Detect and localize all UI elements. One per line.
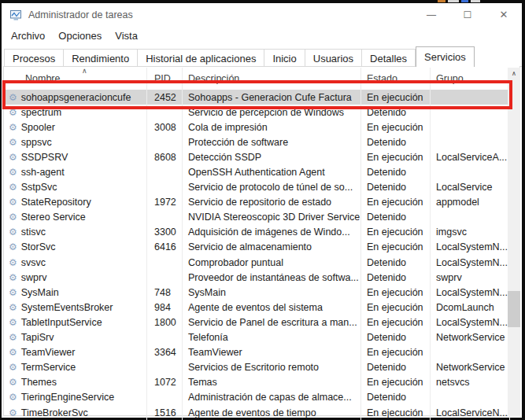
service-description: Servicios de Escritorio remoto [183, 360, 361, 375]
table-row[interactable]: ⚙ Spooler 3008 Cola de impresión En ejec… [3, 120, 510, 134]
service-pid [147, 210, 183, 225]
column-header-nombre[interactable]: Nombre ∧ [3, 68, 147, 90]
table-row[interactable]: ⚙ StorSvc 6416 Servicio de almacenamient… [3, 240, 510, 255]
table-row[interactable]: ⚙ swprv Proveedor de instantáneas de sof… [3, 270, 510, 285]
service-name-cell: ⚙ SystemEventsBroker [3, 300, 147, 315]
service-pid: 1800 [147, 315, 183, 330]
service-group: swprv [431, 270, 510, 285]
service-group [431, 390, 510, 405]
table-row[interactable]: ⚙ ssh-agent OpenSSH Authentication Agent… [3, 164, 510, 179]
service-name: sppsvc [21, 137, 52, 148]
table-row[interactable]: ⚙ SstpSvc Servicio de protocolo de túnel… [3, 180, 510, 195]
table-row[interactable]: ⚙ SSDPSRV 8608 Detección SSDP En ejecuci… [3, 149, 510, 164]
table-body: ⚙ sohoappsgeneracioncufe 2452 Sohoapps -… [3, 90, 510, 420]
service-name-cell: ⚙ TimeBrokerSvc [3, 405, 147, 420]
service-description: Comprobador puntual [183, 255, 361, 270]
vertical-scrollbar[interactable]: ∧ [508, 68, 520, 416]
table-row[interactable]: ⚙ SysMain 748 SysMain En ejecución Local… [3, 285, 510, 300]
service-description: OpenSSH Authentication Agent [183, 164, 361, 179]
service-name: TabletInputService [21, 317, 102, 328]
table-row[interactable]: ⚙ TimeBrokerSvc 1516 Agente de eventos d… [3, 405, 510, 420]
column-header-estado[interactable]: Estado [361, 68, 431, 90]
service-gear-icon: ⚙ [9, 363, 17, 372]
service-status: En ejecución [361, 405, 431, 420]
table-row[interactable]: ⚙ sohoappsgeneracioncufe 2452 Sohoapps -… [3, 90, 510, 105]
table-row[interactable]: ⚙ sppsvc Protección de software Detenido [3, 134, 510, 149]
service-name-cell: ⚙ sppsvc [3, 134, 147, 149]
service-name: TieringEngineService [21, 392, 114, 403]
service-pid: 984 [147, 300, 183, 315]
column-header-pid[interactable]: PID [147, 68, 183, 90]
service-gear-icon: ⚙ [9, 258, 17, 267]
service-name: SstpSvc [21, 182, 57, 193]
table-row[interactable]: ⚙ TieringEngineService Administración de… [3, 390, 510, 405]
service-gear-icon: ⚙ [9, 153, 17, 162]
service-name-cell: ⚙ Themes [3, 375, 147, 390]
service-name: SSDPSRV [21, 152, 68, 163]
service-gear-icon: ⚙ [9, 182, 17, 192]
service-group [431, 90, 510, 105]
service-name-cell: ⚙ TermService [3, 360, 147, 375]
service-name-cell: ⚙ TeamViewer [3, 345, 147, 360]
table-row[interactable]: ⚙ Themes 1072 Temas En ejecución netsvcs [3, 375, 510, 390]
service-status: Detenido [361, 330, 431, 345]
tab-detalles[interactable]: Detalles [362, 49, 416, 67]
service-status: En ejecución [361, 225, 431, 240]
tab-usuarios[interactable]: Usuarios [305, 49, 362, 67]
table-row[interactable]: ⚙ TapiSrv Telefonía Detenido NetworkServ… [3, 330, 510, 345]
scroll-up-icon[interactable]: ∧ [508, 68, 520, 80]
column-header-label: Nombre [25, 73, 60, 84]
service-name-cell: ⚙ spectrum [3, 105, 147, 120]
tab-historial-de-aplicaciones[interactable]: Historial de aplicaciones [138, 49, 264, 67]
tab-rendimiento[interactable]: Rendimiento [64, 49, 138, 67]
table-row[interactable]: ⚙ spectrum Servicio de percepción de Win… [3, 105, 510, 120]
service-description: TeamViewer [183, 345, 361, 360]
service-group [431, 105, 510, 120]
service-status: En ejecución [361, 90, 431, 105]
minimize-button[interactable]: — [413, 3, 449, 27]
table-row[interactable]: ⚙ svsvc Comprobador puntual Detenido Loc… [3, 255, 510, 270]
service-name-cell: ⚙ TapiSrv [3, 330, 147, 345]
menu-vista[interactable]: Vista [115, 30, 138, 42]
table-row[interactable]: ⚙ Stereo Service NVIDIA Stereoscopic 3D … [3, 210, 510, 225]
column-header-grupo[interactable]: Grupo [431, 68, 510, 90]
table-row[interactable]: ⚙ TabletInputService 1800 Servicio de Pa… [3, 315, 510, 330]
service-name: StateRepository [21, 197, 91, 208]
service-group: LocalSystemN... [431, 315, 510, 330]
tab-bar: Procesos Rendimiento Historial de aplica… [4, 46, 522, 67]
service-status: En ejecución [361, 375, 431, 390]
service-pid: 3364 [147, 345, 183, 360]
service-name: stisvc [21, 227, 46, 238]
service-name-cell: ⚙ Stereo Service [3, 210, 147, 225]
service-group: LocalService [431, 180, 510, 195]
menu-opciones[interactable]: Opciones [58, 30, 102, 42]
service-status: En ejecución [361, 300, 431, 315]
column-header-descripcion[interactable]: Descripción [183, 68, 361, 90]
tab-servicios[interactable]: Servicios [416, 46, 475, 67]
scrollbar-thumb[interactable] [508, 291, 520, 327]
service-group: netsvcs [431, 375, 510, 390]
service-name: svsvc [21, 257, 46, 268]
service-group [431, 134, 510, 149]
service-description: NVIDIA Stereoscopic 3D Driver Service [183, 210, 361, 225]
table-row[interactable]: ⚙ SystemEventsBroker 984 Agente de event… [3, 300, 510, 315]
close-button[interactable]: ✕ [486, 3, 522, 27]
maximize-button[interactable]: ☐ [449, 3, 486, 27]
table-row[interactable]: ⚙ stisvc 3300 Adquisición de imágenes de… [3, 225, 510, 240]
service-description: Detección SSDP [183, 149, 361, 164]
tab-procesos[interactable]: Procesos [4, 49, 64, 67]
table-row[interactable]: ⚙ StateRepository 1972 Servicio de repos… [3, 195, 510, 210]
service-name-cell: ⚙ SSDPSRV [3, 149, 147, 164]
service-name: spectrum [21, 107, 61, 118]
service-pid [147, 105, 183, 120]
table-row[interactable]: ⚙ TermService Servicios de Escritorio re… [3, 360, 510, 375]
service-pid [147, 330, 183, 345]
table-row[interactable]: ⚙ TeamViewer 3364 TeamViewer En ejecució… [3, 345, 510, 360]
menu-archivo[interactable]: Archivo [11, 30, 45, 42]
service-group: imgsvc [431, 225, 510, 240]
tab-inicio[interactable]: Inicio [264, 49, 305, 67]
service-gear-icon: ⚙ [9, 288, 17, 297]
service-name: ssh-agent [21, 167, 65, 178]
service-pid: 8608 [147, 149, 183, 164]
service-gear-icon: ⚙ [9, 123, 17, 132]
